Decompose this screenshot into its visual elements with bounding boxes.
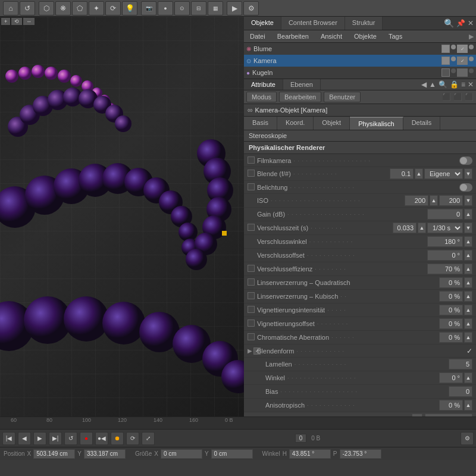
belichtung-toggle[interactable] — [459, 183, 472, 192]
menu-tags[interactable]: Tags — [385, 32, 406, 41]
x-size-input[interactable] — [161, 449, 202, 459]
iso-stepper2[interactable]: ▼ — [464, 195, 472, 206]
vignett-off-checkbox[interactable] — [248, 320, 255, 327]
mode-btn-bearbeiten[interactable]: Bearbeiten — [279, 92, 321, 102]
sub-tab-details[interactable]: Details — [403, 117, 441, 130]
camera-icon[interactable]: 📷 — [141, 1, 156, 15]
sub-tab-physikalisch[interactable]: Physikalisch — [350, 117, 403, 130]
play-loop-btn[interactable]: ↺ — [64, 432, 77, 445]
sub-tab-koord[interactable]: Koord. — [277, 117, 314, 130]
y-pos-input[interactable] — [84, 449, 126, 459]
torus-icon[interactable]: ⊙ — [174, 1, 190, 15]
play-to-start-btn[interactable]: |◀ — [2, 432, 15, 445]
verschlusswinkel-input[interactable] — [427, 236, 463, 247]
filmkamera-checkbox[interactable] — [248, 156, 255, 164]
kamera-check[interactable]: ✓ — [457, 57, 468, 65]
blende-input[interactable] — [390, 168, 414, 179]
vignett-int-checkbox[interactable] — [248, 306, 255, 313]
lamellen-input[interactable] — [449, 359, 472, 369]
attr-menu-icon[interactable]: ≡ — [461, 80, 465, 89]
viewport-perspective[interactable]: ⟲ — [11, 18, 22, 25]
linsen-kub-stepper[interactable]: ▲ — [464, 291, 472, 302]
blende-select-arrow[interactable]: ▼ — [464, 168, 472, 179]
linsen-quad-checkbox[interactable] — [248, 278, 255, 286]
sub-tab-objekt[interactable]: Objekt — [314, 117, 350, 130]
viewport[interactable]: + ⟲ ↔ — [0, 17, 244, 416]
verschlusszeit-input[interactable] — [393, 223, 416, 233]
options-btn[interactable]: ⚙ — [461, 432, 474, 445]
iso-stepper[interactable]: ▲ — [430, 195, 438, 206]
blume-visibility[interactable] — [441, 45, 450, 53]
linsen-kub-checkbox[interactable] — [248, 292, 255, 299]
light-icon[interactable]: 💡 — [122, 1, 137, 15]
tree-row-kamera[interactable]: ⊙ Kamera ✓ — [244, 55, 476, 67]
vignett-int-stepper[interactable]: ▲ — [464, 305, 472, 315]
linsen-quad-input[interactable] — [439, 277, 463, 288]
settings-icon[interactable]: ⚙ — [243, 1, 259, 15]
panel-search-icon[interactable]: 🔍 — [444, 18, 454, 28]
linsen-kub-input[interactable] — [439, 291, 463, 302]
blende-select[interactable]: Eigener — [424, 168, 463, 179]
verschlusseffizienz-checkbox[interactable] — [248, 265, 255, 272]
vignett-off-input[interactable] — [439, 318, 463, 329]
verschlussoffset-stepper[interactable]: ▲ — [464, 250, 472, 261]
sphere-icon[interactable]: ● — [158, 1, 173, 15]
kugeln-check[interactable] — [457, 68, 468, 77]
panel-close-icon[interactable]: ✕ — [468, 19, 474, 27]
menu-more-icon[interactable]: ▶ — [469, 33, 474, 40]
winkel-input[interactable] — [439, 372, 463, 383]
frame-display[interactable]: 0 — [295, 434, 307, 443]
blende-checkbox[interactable] — [248, 170, 255, 177]
sub-tab-basis[interactable]: Basis — [244, 117, 277, 130]
h-input[interactable] — [289, 449, 331, 459]
verschlusszeit-select-arrow[interactable]: ▼ — [464, 223, 472, 233]
blende-stepper-up[interactable]: ▲ — [415, 168, 423, 179]
refresh-icon[interactable]: ⟳ — [105, 1, 121, 15]
tab-struktur[interactable]: Struktur — [345, 17, 383, 30]
flower-icon[interactable]: ❋ — [55, 1, 71, 15]
step-fwd-btn[interactable]: ▶| — [49, 432, 62, 445]
linsen-quad-stepper[interactable]: ▲ — [464, 277, 472, 288]
gain-stepper[interactable]: ▲ — [464, 209, 472, 220]
menu-bearbeiten[interactable]: Bearbeiten — [274, 32, 312, 41]
vignett-int-input[interactable] — [439, 305, 463, 315]
iso-input1[interactable] — [405, 195, 428, 206]
mode-btn-benutzer[interactable]: Benutzer — [324, 92, 361, 102]
motion-btn[interactable]: ⟳ — [126, 432, 139, 445]
tree-row-blume[interactable]: ❋ Blume ✓ — [244, 43, 476, 55]
verschlusseffizienz-stepper[interactable]: ▲ — [464, 264, 472, 274]
chrom-stepper[interactable]: ▲ — [464, 332, 472, 343]
undo-icon[interactable]: ↺ — [20, 1, 35, 15]
cylinder-icon[interactable]: ⊟ — [191, 1, 206, 15]
viewport-view[interactable]: ↔ — [23, 18, 35, 25]
mode-btn-modus[interactable]: Modus — [246, 92, 277, 102]
attr-close-icon[interactable]: ✕ — [468, 80, 474, 89]
kamera-visibility[interactable] — [441, 57, 450, 65]
tab-content-browser[interactable]: Content Browser — [281, 17, 345, 30]
tree-row-kugeln[interactable]: ● Kugeln — [244, 67, 476, 79]
chrom-input[interactable] — [439, 332, 463, 343]
attr-left-icon[interactable]: ◀ — [421, 80, 427, 89]
menu-objekte[interactable]: Objekte — [350, 32, 380, 41]
vignett-off-stepper[interactable]: ▲ — [464, 318, 472, 329]
attr-tab-attribute[interactable]: Attribute — [244, 79, 283, 90]
step-back-btn[interactable]: ◀ — [18, 432, 31, 445]
attr-right-icon[interactable]: ▲ — [429, 80, 436, 89]
auto-key-btn[interactable]: ⏺ — [111, 432, 124, 445]
play-btn[interactable]: ▶ — [33, 432, 46, 445]
kugeln-visibility[interactable] — [441, 68, 450, 77]
render-icon[interactable]: ▶ — [227, 1, 242, 15]
tab-objekte[interactable]: Objekte — [244, 17, 281, 30]
gain-input[interactable] — [427, 209, 463, 220]
attr-lock-icon[interactable]: 🔒 — [450, 80, 459, 89]
record-anim-btn[interactable]: ●◀ — [95, 432, 108, 445]
viewport-menu[interactable]: + — [1, 18, 10, 25]
polygon-icon[interactable]: ⬠ — [72, 1, 87, 15]
stereoskopie-tab[interactable]: Stereoskopie — [249, 132, 287, 139]
star-icon[interactable]: ✦ — [89, 1, 104, 15]
y-size-input[interactable] — [211, 449, 253, 459]
attr-tab-ebenen[interactable]: Ebenen — [283, 79, 321, 90]
verschlusszeit-checkbox[interactable] — [248, 224, 255, 231]
bias-input[interactable] — [449, 386, 472, 397]
verschlussoffset-input[interactable] — [427, 250, 463, 261]
